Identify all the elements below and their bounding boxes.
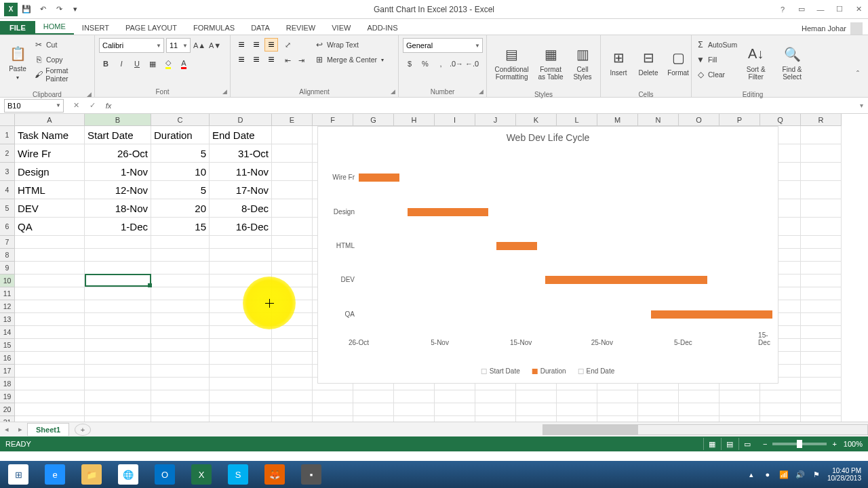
number-format-select[interactable]: General▼ [403,38,483,53]
comma-format-button[interactable]: , [434,57,448,70]
taskbar-explorer[interactable]: 📁 [73,461,110,488]
align-right-button[interactable]: ≡ [264,53,278,66]
cell-C4[interactable]: 5 [151,181,210,199]
cell-D9[interactable] [210,262,272,274]
name-box[interactable]: B10▼ [4,99,64,113]
cell-H21[interactable] [394,416,435,422]
row-header-18[interactable]: 18 [0,378,15,390]
row-header-5[interactable]: 5 [0,199,15,218]
cell-B5[interactable]: 18-Nov [85,199,151,218]
wrap-text-button[interactable]: ↩Wrap Text [315,38,384,52]
cell-R15[interactable] [801,339,842,352]
cut-button[interactable]: ✂Cut [34,38,90,52]
clipboard-launcher-icon[interactable]: ◢ [87,91,92,98]
cell-R14[interactable] [801,326,842,339]
cell-A6[interactable]: QA [15,218,85,236]
fill-color-button[interactable]: ◇ [161,57,175,70]
cell-A5[interactable]: DEV [15,199,85,218]
tab-data[interactable]: DATA [243,21,278,35]
orientation-button[interactable]: ⤢ [281,38,294,52]
tab-home[interactable]: HOME [35,20,74,35]
row-header-11[interactable]: 11 [0,287,15,300]
add-sheet-button[interactable]: + [75,424,91,436]
row-header-17[interactable]: 17 [0,365,15,378]
row-header-20[interactable]: 20 [0,403,15,416]
taskbar-skype[interactable]: S [220,461,256,488]
number-launcher-icon[interactable]: ◢ [479,88,484,95]
row-header-2[interactable]: 2 [0,144,15,163]
cell-J20[interactable] [475,403,516,416]
cell-D10[interactable] [210,274,272,287]
help-button[interactable]: ? [773,1,792,18]
page-layout-view-button[interactable]: ▤ [721,438,738,450]
cell-C5[interactable]: 20 [151,199,210,218]
cell-B14[interactable] [85,326,151,339]
row-header-3[interactable]: 3 [0,163,15,181]
cell-M19[interactable] [597,390,638,403]
cell-L21[interactable] [557,416,597,422]
expand-formula-bar-button[interactable]: ▾ [854,102,868,109]
cell-H19[interactable] [394,390,435,403]
zoom-out-button[interactable]: − [763,440,767,448]
cell-E14[interactable] [272,326,313,339]
row-header-7[interactable]: 7 [0,236,15,249]
row-header-6[interactable]: 6 [0,218,15,236]
cell-C6[interactable]: 15 [151,218,210,236]
cell-A18[interactable] [15,378,85,390]
cell-C13[interactable] [151,313,210,326]
cell-P21[interactable] [719,416,760,422]
column-header-G[interactable]: G [353,114,394,126]
cell-A7[interactable] [15,236,85,249]
normal-view-button[interactable]: ▦ [703,438,721,450]
gantt-bar-dev[interactable] [545,276,707,284]
tab-page-layout[interactable]: PAGE LAYOUT [117,21,185,35]
column-header-D[interactable]: D [210,114,272,126]
cell-N19[interactable] [638,390,679,403]
tray-volume-icon[interactable]: 🔊 [795,469,806,480]
cell-R16[interactable] [801,352,842,365]
redo-button[interactable]: ↷ [52,2,66,17]
cell-D13[interactable] [210,313,272,326]
cell-A15[interactable] [15,339,85,352]
cell-B19[interactable] [85,390,151,403]
cell-E11[interactable] [272,287,313,300]
cell-E1[interactable] [272,126,313,144]
insert-function-button[interactable]: fx [100,99,117,113]
cell-B1[interactable]: Start Date [85,126,151,144]
row-header-13[interactable]: 13 [0,313,15,326]
cell-C19[interactable] [151,390,210,403]
underline-button[interactable]: U [130,57,144,70]
enter-formula-button[interactable]: ✓ [84,99,100,113]
column-header-E[interactable]: E [272,114,313,126]
zoom-thumb[interactable] [797,440,802,448]
cell-C17[interactable] [151,365,210,378]
cell-D21[interactable] [210,416,272,422]
font-launcher-icon[interactable]: ◢ [222,88,227,95]
italic-button[interactable]: I [115,57,128,70]
autosum-button[interactable]: ΣAutoSum [696,38,737,52]
maximize-button[interactable]: ☐ [830,1,849,18]
conditional-formatting-button[interactable]: ▤Conditional Formatting [491,38,532,87]
cell-D12[interactable] [210,300,272,313]
cell-R13[interactable] [801,313,842,326]
align-bottom-button[interactable]: ≡ [264,38,278,52]
cell-K20[interactable] [516,403,557,416]
align-top-button[interactable]: ≡ [235,38,248,52]
cell-B12[interactable] [85,300,151,313]
cell-B16[interactable] [85,352,151,365]
undo-button[interactable]: ↶ [35,2,50,17]
increase-font-button[interactable]: A▲ [193,39,206,52]
cell-E17[interactable] [272,365,313,378]
tray-recording-icon[interactable]: ● [762,469,773,480]
cell-B3[interactable]: 1-Nov [85,163,151,181]
cell-Q19[interactable] [760,390,801,403]
increase-decimal-button[interactable]: .0→ [450,57,463,70]
cell-D3[interactable]: 11-Nov [210,163,272,181]
taskbar-outlook[interactable]: O [146,461,183,488]
cell-F19[interactable] [313,390,353,403]
cell-A2[interactable]: Wire Fr [15,144,85,163]
cell-K19[interactable] [516,390,557,403]
tab-view[interactable]: VIEW [323,21,359,35]
cell-H20[interactable] [394,403,435,416]
cell-A20[interactable] [15,403,85,416]
